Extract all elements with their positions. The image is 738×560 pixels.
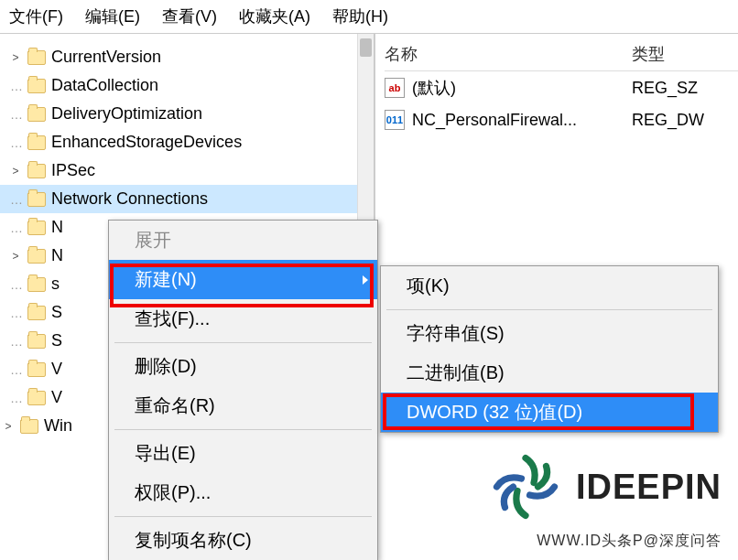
menu-separator bbox=[114, 429, 372, 430]
dword-value-icon: 011 bbox=[385, 110, 405, 130]
list-header: 名称 类型 bbox=[385, 43, 738, 71]
tree-item-network-connections[interactable]: … Network Connections bbox=[0, 185, 374, 213]
context-menu: 展开 新建(N) 查找(F)... 删除(D) 重命名(R) 导出(E) 权限(… bbox=[108, 220, 378, 560]
tree-connector-icon: … bbox=[9, 334, 22, 349]
menu-copy-key-name[interactable]: 复制项名称(C) bbox=[109, 521, 377, 560]
folder-icon bbox=[27, 135, 46, 150]
submenu-new: 项(K) 字符串值(S) 二进制值(B) DWORD (32 位)值(D) bbox=[380, 265, 719, 433]
menu-find[interactable]: 查找(F)... bbox=[109, 299, 377, 339]
menu-separator bbox=[114, 342, 372, 343]
folder-icon bbox=[27, 277, 46, 292]
menubar: 文件(F) 编辑(E) 查看(V) 收藏夹(A) 帮助(H) bbox=[0, 0, 738, 34]
tree-connector-icon: … bbox=[9, 192, 22, 207]
string-value-icon: ab bbox=[385, 78, 405, 98]
tree-label: Win bbox=[44, 416, 72, 436]
menu-file[interactable]: 文件(F) bbox=[9, 5, 63, 27]
tree-label: N bbox=[51, 218, 63, 237]
menu-permissions[interactable]: 权限(P)... bbox=[109, 473, 377, 512]
tree-item-currentversion[interactable]: > CurrentVersion bbox=[0, 43, 374, 71]
tree-connector-icon: … bbox=[9, 362, 22, 377]
expand-icon[interactable]: > bbox=[2, 420, 15, 433]
tree-label: EnhancedStorageDevices bbox=[51, 133, 242, 152]
menu-delete[interactable]: 删除(D) bbox=[109, 347, 377, 386]
value-name: (默认) bbox=[412, 77, 456, 99]
tree-connector-icon: … bbox=[9, 306, 22, 320]
folder-icon bbox=[27, 306, 46, 320]
tree-label: S bbox=[51, 331, 62, 350]
menu-export[interactable]: 导出(E) bbox=[109, 434, 377, 473]
column-header-name[interactable]: 名称 bbox=[385, 43, 632, 65]
menu-separator bbox=[114, 516, 372, 517]
menu-expand[interactable]: 展开 bbox=[109, 221, 377, 260]
folder-icon bbox=[27, 391, 46, 405]
submenu-string-value[interactable]: 字符串值(S) bbox=[381, 314, 718, 353]
tree-label: DataCollection bbox=[51, 76, 158, 95]
folder-icon bbox=[27, 79, 46, 93]
expand-icon[interactable]: > bbox=[9, 51, 22, 64]
submenu-key[interactable]: 项(K) bbox=[381, 266, 718, 306]
tree-label: CurrentVersion bbox=[51, 48, 161, 67]
column-header-type[interactable]: 类型 bbox=[632, 43, 738, 65]
tree-connector-icon: … bbox=[9, 135, 22, 150]
menu-rename[interactable]: 重命名(R) bbox=[109, 386, 377, 425]
tree-item-datacollection[interactable]: … DataCollection bbox=[0, 71, 374, 100]
tree-label: S bbox=[51, 303, 62, 322]
folder-icon bbox=[20, 419, 38, 434]
submenu-dword-value[interactable]: DWORD (32 位)值(D) bbox=[381, 393, 718, 432]
tree-label: IPSec bbox=[51, 161, 95, 180]
tree-connector-icon: … bbox=[9, 107, 22, 122]
folder-icon bbox=[27, 362, 46, 377]
expand-icon[interactable]: > bbox=[9, 165, 22, 178]
tree-item-deliveryoptimization[interactable]: … DeliveryOptimization bbox=[0, 100, 374, 128]
tree-item-ipsec[interactable]: > IPSec bbox=[0, 156, 374, 185]
menu-favorites[interactable]: 收藏夹(A) bbox=[239, 5, 310, 27]
folder-icon bbox=[27, 221, 46, 235]
menu-edit[interactable]: 编辑(E) bbox=[85, 5, 140, 27]
tree-label: DeliveryOptimization bbox=[51, 104, 202, 124]
tree-connector-icon: … bbox=[9, 79, 22, 93]
value-type: REG_DW bbox=[632, 111, 738, 130]
tree-label: s bbox=[51, 275, 60, 294]
list-row-default[interactable]: ab (默认) REG_SZ bbox=[385, 71, 738, 104]
menu-separator bbox=[386, 309, 712, 310]
folder-icon bbox=[27, 192, 46, 207]
tree-connector-icon: … bbox=[9, 221, 22, 235]
folder-icon bbox=[27, 107, 46, 122]
logo-swirl-icon bbox=[484, 446, 567, 528]
tree-label: N bbox=[51, 246, 63, 265]
tree-label: V bbox=[51, 388, 62, 407]
expand-icon[interactable]: > bbox=[9, 250, 22, 263]
folder-icon bbox=[27, 164, 46, 178]
scrollbar-thumb[interactable] bbox=[360, 38, 372, 57]
tree-connector-icon: … bbox=[9, 277, 22, 292]
tree-item-enhancedstoragedevices[interactable]: … EnhancedStorageDevices bbox=[0, 128, 374, 156]
tree-connector-icon: … bbox=[9, 391, 22, 405]
value-name: NC_PersonalFirewal... bbox=[412, 111, 577, 130]
watermark-brand: IDEEPIN bbox=[576, 468, 722, 507]
value-type: REG_SZ bbox=[632, 79, 738, 98]
menu-view[interactable]: 查看(V) bbox=[162, 5, 217, 27]
tree-label: Network Connections bbox=[51, 189, 208, 209]
watermark-site: WWW.ID头条P@深度问答 bbox=[484, 532, 722, 551]
menu-help[interactable]: 帮助(H) bbox=[332, 5, 388, 27]
tree-label: V bbox=[51, 360, 62, 379]
submenu-binary-value[interactable]: 二进制值(B) bbox=[381, 353, 718, 393]
watermark: IDEEPIN WWW.ID头条P@深度问答 bbox=[484, 446, 722, 551]
folder-icon bbox=[27, 50, 46, 65]
folder-icon bbox=[27, 249, 46, 264]
folder-icon bbox=[27, 334, 46, 349]
menu-new[interactable]: 新建(N) bbox=[109, 260, 377, 299]
list-row-nc-personalfirewall[interactable]: 011 NC_PersonalFirewal... REG_DW bbox=[385, 104, 738, 135]
